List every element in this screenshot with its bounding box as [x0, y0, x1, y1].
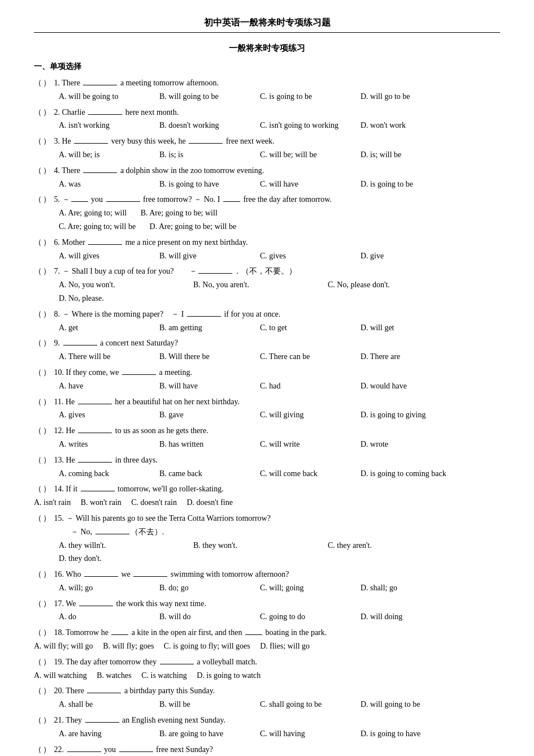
- question-7: （） 7. － Shall I buy a cup of tea for you…: [34, 265, 500, 305]
- question-12: （） 12. He to us as soon as he gets there…: [34, 424, 500, 451]
- section-title: 一、单项选择: [34, 62, 500, 72]
- question-4: （） 4. There a dolphin show in the zoo to…: [34, 164, 500, 191]
- question-10: （） 10. If they come, we a meeting. A. ha…: [34, 366, 500, 393]
- question-1: （） 1. There a meeting tomorrow afternoon…: [34, 76, 500, 103]
- main-title: 初中英语一般将来时专项练习题: [34, 11, 500, 33]
- question-17: （） 17. We the work this way next time. A…: [34, 597, 500, 624]
- question-6: （） 6. Mother me a nice present on my nex…: [34, 236, 500, 263]
- question-21: （） 21. They an English evening next Sund…: [34, 714, 500, 741]
- question-9: （） 9. a concert next Saturday? A. There …: [34, 336, 500, 364]
- question-13: （） 13. He in three days. A. coming back …: [34, 453, 500, 481]
- question-5: （） 5. － you free tomorrow? － No. I free …: [34, 193, 500, 233]
- question-22: （） 22. you free next Sunday? A. Will; ar…: [34, 743, 500, 756]
- question-15: （） 15. － Will his parents go to see the …: [34, 512, 500, 565]
- question-8: （） 8. － Where is the morning paper? － I …: [34, 308, 500, 335]
- question-19: （） 19. The day after tomorrow they a vol…: [34, 655, 500, 682]
- question-2: （） 2. Charlie here next month. A. isn't …: [34, 106, 500, 133]
- question-20: （） 20. There a birthday party this Sunda…: [34, 684, 500, 711]
- sub-title: 一般将来时专项练习: [34, 43, 500, 54]
- question-14: （） 14. If it tomorrow, we'll go roller-s…: [34, 482, 500, 509]
- question-11: （） 11. He her a beautiful hat on her nex…: [34, 395, 500, 422]
- question-3: （） 3. He very busy this week, he free ne…: [34, 135, 500, 162]
- page-container: 初中英语一般将来时专项练习题 一般将来时专项练习 一、单项选择 （） 1. Th…: [0, 0, 534, 756]
- question-16: （） 16. Who we swimming with tomorrow aft…: [34, 568, 500, 595]
- question-18: （） 18. Tomorrow he a kite in the open ai…: [34, 626, 500, 653]
